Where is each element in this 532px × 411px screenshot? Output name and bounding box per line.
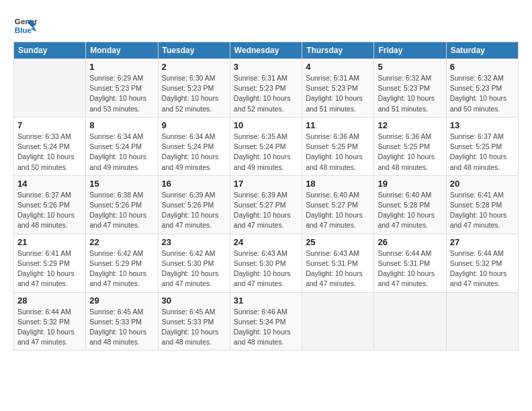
day-info: Sunrise: 6:42 AM Sunset: 5:30 PM Dayligh… [162, 248, 226, 289]
day-info: Sunrise: 6:38 AM Sunset: 5:26 PM Dayligh… [89, 190, 154, 231]
day-number: 15 [89, 179, 154, 189]
calendar-week-2: 14Sunrise: 6:37 AM Sunset: 5:26 PM Dayli… [14, 175, 519, 234]
day-number: 16 [162, 179, 226, 189]
calendar-cell: 14Sunrise: 6:37 AM Sunset: 5:26 PM Dayli… [14, 175, 86, 234]
day-number: 20 [450, 179, 515, 189]
day-number: 26 [378, 237, 442, 247]
day-info: Sunrise: 6:32 AM Sunset: 5:23 PM Dayligh… [378, 73, 442, 114]
day-info: Sunrise: 6:29 AM Sunset: 5:23 PM Dayligh… [89, 73, 154, 114]
day-info: Sunrise: 6:44 AM Sunset: 5:31 PM Dayligh… [378, 248, 442, 289]
calendar-cell: 10Sunrise: 6:35 AM Sunset: 5:24 PM Dayli… [230, 117, 302, 175]
day-number: 11 [306, 120, 370, 130]
calendar-cell: 23Sunrise: 6:42 AM Sunset: 5:30 PM Dayli… [158, 234, 230, 292]
day-number: 27 [450, 237, 515, 247]
calendar-cell: 4Sunrise: 6:31 AM Sunset: 5:23 PM Daylig… [302, 59, 374, 118]
calendar-cell: 19Sunrise: 6:40 AM Sunset: 5:28 PM Dayli… [374, 175, 446, 234]
day-info: Sunrise: 6:34 AM Sunset: 5:24 PM Dayligh… [162, 132, 226, 173]
day-info: Sunrise: 6:44 AM Sunset: 5:32 PM Dayligh… [450, 248, 515, 289]
day-number: 1 [89, 62, 154, 72]
day-number: 6 [450, 62, 515, 72]
calendar-cell: 12Sunrise: 6:36 AM Sunset: 5:25 PM Dayli… [374, 117, 446, 175]
day-number: 30 [162, 295, 226, 306]
day-number: 12 [378, 120, 442, 130]
calendar-cell: 30Sunrise: 6:45 AM Sunset: 5:33 PM Dayli… [158, 292, 230, 351]
day-number: 28 [17, 295, 82, 306]
calendar-cell: 31Sunrise: 6:46 AM Sunset: 5:34 PM Dayli… [230, 292, 302, 351]
calendar-cell: 3Sunrise: 6:31 AM Sunset: 5:23 PM Daylig… [230, 59, 302, 118]
calendar-cell: 24Sunrise: 6:43 AM Sunset: 5:30 PM Dayli… [230, 234, 302, 292]
day-number: 25 [306, 237, 370, 247]
day-number: 31 [234, 295, 298, 306]
day-info: Sunrise: 6:31 AM Sunset: 5:23 PM Dayligh… [306, 73, 370, 114]
day-info: Sunrise: 6:43 AM Sunset: 5:30 PM Dayligh… [234, 248, 298, 289]
calendar-cell: 5Sunrise: 6:32 AM Sunset: 5:23 PM Daylig… [374, 59, 446, 118]
day-number: 17 [234, 179, 298, 189]
day-info: Sunrise: 6:40 AM Sunset: 5:27 PM Dayligh… [306, 190, 370, 231]
day-info: Sunrise: 6:44 AM Sunset: 5:32 PM Dayligh… [17, 307, 82, 348]
calendar-cell: 28Sunrise: 6:44 AM Sunset: 5:32 PM Dayli… [14, 292, 86, 351]
calendar-cell: 6Sunrise: 6:32 AM Sunset: 5:23 PM Daylig… [446, 59, 518, 118]
col-header-friday: Friday [374, 42, 446, 59]
col-header-wednesday: Wednesday [230, 42, 302, 59]
day-number: 23 [162, 237, 226, 247]
calendar-cell [302, 292, 374, 351]
day-info: Sunrise: 6:43 AM Sunset: 5:31 PM Dayligh… [306, 248, 370, 289]
day-number: 7 [17, 120, 82, 130]
day-number: 22 [89, 237, 154, 247]
day-info: Sunrise: 6:45 AM Sunset: 5:33 PM Dayligh… [162, 307, 226, 348]
day-number: 24 [234, 237, 298, 247]
day-info: Sunrise: 6:33 AM Sunset: 5:24 PM Dayligh… [17, 132, 82, 173]
calendar-cell: 9Sunrise: 6:34 AM Sunset: 5:24 PM Daylig… [158, 117, 230, 175]
calendar-cell: 16Sunrise: 6:39 AM Sunset: 5:26 PM Dayli… [158, 175, 230, 234]
col-header-monday: Monday [86, 42, 158, 59]
day-number: 8 [89, 120, 154, 130]
calendar-cell: 17Sunrise: 6:39 AM Sunset: 5:27 PM Dayli… [230, 175, 302, 234]
calendar-week-4: 28Sunrise: 6:44 AM Sunset: 5:32 PM Dayli… [14, 292, 519, 351]
calendar-cell: 13Sunrise: 6:37 AM Sunset: 5:25 PM Dayli… [446, 117, 518, 175]
calendar-cell: 7Sunrise: 6:33 AM Sunset: 5:24 PM Daylig… [14, 117, 86, 175]
day-number: 19 [378, 179, 442, 189]
day-info: Sunrise: 6:37 AM Sunset: 5:25 PM Dayligh… [450, 132, 515, 173]
page-header: General Blue [13, 13, 519, 38]
calendar-cell: 21Sunrise: 6:41 AM Sunset: 5:29 PM Dayli… [14, 234, 86, 292]
day-info: Sunrise: 6:36 AM Sunset: 5:25 PM Dayligh… [306, 132, 370, 173]
calendar-table: SundayMondayTuesdayWednesdayThursdayFrid… [13, 42, 519, 351]
day-number: 10 [234, 120, 298, 130]
calendar-week-1: 7Sunrise: 6:33 AM Sunset: 5:24 PM Daylig… [14, 117, 519, 175]
day-number: 14 [17, 179, 82, 189]
calendar-cell: 11Sunrise: 6:36 AM Sunset: 5:25 PM Dayli… [302, 117, 374, 175]
svg-text:Blue: Blue [15, 26, 32, 34]
day-info: Sunrise: 6:37 AM Sunset: 5:26 PM Dayligh… [17, 190, 82, 231]
calendar-cell: 15Sunrise: 6:38 AM Sunset: 5:26 PM Dayli… [86, 175, 158, 234]
day-number: 4 [306, 62, 370, 72]
calendar-header-row: SundayMondayTuesdayWednesdayThursdayFrid… [14, 42, 519, 59]
logo: General Blue [13, 13, 38, 38]
day-info: Sunrise: 6:46 AM Sunset: 5:34 PM Dayligh… [234, 307, 298, 348]
calendar-week-0: 1Sunrise: 6:29 AM Sunset: 5:23 PM Daylig… [14, 59, 519, 118]
day-number: 3 [234, 62, 298, 72]
day-info: Sunrise: 6:45 AM Sunset: 5:33 PM Dayligh… [89, 307, 154, 348]
day-info: Sunrise: 6:30 AM Sunset: 5:23 PM Dayligh… [162, 73, 226, 114]
logo-icon: General Blue [13, 13, 38, 38]
calendar-cell: 2Sunrise: 6:30 AM Sunset: 5:23 PM Daylig… [158, 59, 230, 118]
calendar-cell: 18Sunrise: 6:40 AM Sunset: 5:27 PM Dayli… [302, 175, 374, 234]
day-number: 18 [306, 179, 370, 189]
day-number: 29 [89, 295, 154, 306]
day-info: Sunrise: 6:35 AM Sunset: 5:24 PM Dayligh… [234, 132, 298, 173]
day-info: Sunrise: 6:40 AM Sunset: 5:28 PM Dayligh… [378, 190, 442, 231]
calendar-cell: 27Sunrise: 6:44 AM Sunset: 5:32 PM Dayli… [446, 234, 518, 292]
day-info: Sunrise: 6:36 AM Sunset: 5:25 PM Dayligh… [378, 132, 442, 173]
calendar-cell: 20Sunrise: 6:41 AM Sunset: 5:28 PM Dayli… [446, 175, 518, 234]
day-info: Sunrise: 6:34 AM Sunset: 5:24 PM Dayligh… [89, 132, 154, 173]
day-info: Sunrise: 6:39 AM Sunset: 5:26 PM Dayligh… [162, 190, 226, 231]
day-info: Sunrise: 6:42 AM Sunset: 5:29 PM Dayligh… [89, 248, 154, 289]
col-header-sunday: Sunday [14, 42, 86, 59]
day-info: Sunrise: 6:31 AM Sunset: 5:23 PM Dayligh… [234, 73, 298, 114]
calendar-cell: 22Sunrise: 6:42 AM Sunset: 5:29 PM Dayli… [86, 234, 158, 292]
calendar-week-3: 21Sunrise: 6:41 AM Sunset: 5:29 PM Dayli… [14, 234, 519, 292]
col-header-thursday: Thursday [302, 42, 374, 59]
calendar-cell [14, 59, 86, 118]
calendar-cell [446, 292, 518, 351]
day-number: 2 [162, 62, 226, 72]
day-number: 9 [162, 120, 226, 130]
